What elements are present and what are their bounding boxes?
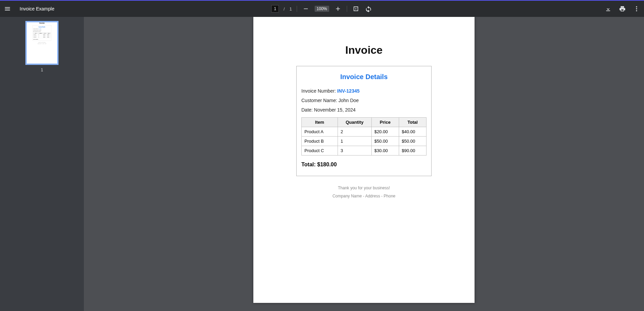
footer-thankyou: Thank you for your business! — [274, 186, 454, 190]
page-number-input[interactable] — [271, 5, 279, 13]
thumbnail-page-number: 1 — [41, 68, 43, 72]
invoice-number-line: Invoice Number: INV-12345 — [33, 28, 51, 29]
customer-name-label: Customer Name: — [33, 30, 38, 30]
zoom-in-icon[interactable] — [334, 5, 342, 13]
invoice-details-box: Invoice Details Invoice Number: INV-1234… — [296, 66, 432, 176]
date-line: Date: November 15, 2024 — [33, 31, 51, 32]
footer-company: Company Name - Address - Phone — [32, 43, 51, 44]
invoice-total: Total: $180.00 — [33, 39, 51, 40]
col-qty: Quantity — [338, 118, 371, 127]
invoice-number-label: Invoice Number: — [33, 28, 38, 29]
cell-total: $90.00 — [47, 37, 50, 38]
invoice-number-line: Invoice Number: INV-12345 — [301, 88, 427, 94]
date-line: Date: November 15, 2024 — [301, 107, 427, 113]
invoice-number-label: Invoice Number: — [301, 88, 337, 94]
cell-item: Product C — [302, 146, 338, 156]
document-viewer[interactable]: Invoice Invoice Details Invoice Number: … — [84, 17, 644, 311]
fit-page-icon[interactable] — [352, 5, 360, 13]
customer-name-value: John Doe — [38, 30, 41, 30]
cell-qty: 1 — [338, 137, 371, 146]
invoice-number-value: INV-12345 — [38, 28, 41, 29]
pdf-toolbar: Invoice Example / 1 100% — [0, 1, 644, 17]
table-row: Product A2$20.00$40.00 — [302, 127, 427, 137]
invoice-total: Total: $180.00 — [301, 162, 427, 168]
download-icon[interactable] — [604, 5, 612, 13]
invoice-details-box: Invoice Details Invoice Number: INV-1234… — [32, 25, 51, 41]
page: Invoice Invoice Details Invoice Number: … — [253, 17, 475, 303]
footer-company: Company Name - Address - Phone — [274, 194, 454, 198]
toolbar-divider — [347, 6, 347, 12]
cell-price: $30.00 — [371, 146, 399, 156]
page-thumbnail[interactable]: Invoice Invoice Details Invoice Number: … — [25, 21, 59, 65]
table-header-row: Item Quantity Price Total — [302, 118, 427, 127]
cell-qty: 3 — [38, 37, 43, 38]
invoice-items-table: Item Quantity Price Total Product A2$20.… — [301, 117, 427, 156]
table-row: Product B1$50.00$50.00 — [302, 137, 427, 146]
cell-qty: 3 — [338, 146, 371, 156]
document-footer: Thank you for your business! Company Nam… — [274, 186, 454, 198]
col-price: Price — [371, 118, 399, 127]
cell-total: $40.00 — [399, 127, 426, 137]
page-total: 1 — [290, 6, 292, 11]
invoice-number-value: INV-12345 — [337, 88, 360, 94]
svg-point-2 — [636, 10, 637, 11]
more-icon[interactable] — [632, 5, 641, 13]
cell-price: $50.00 — [371, 137, 399, 146]
details-heading: Invoice Details — [33, 26, 51, 27]
footer-thankyou: Thank you for your business! — [32, 42, 51, 43]
document-title: Invoice Example — [20, 6, 54, 11]
col-item: Item — [302, 118, 338, 127]
page-title: Invoice — [32, 22, 51, 24]
zoom-level[interactable]: 100% — [315, 6, 329, 12]
print-icon[interactable] — [618, 5, 626, 13]
details-heading: Invoice Details — [301, 73, 427, 81]
svg-point-1 — [636, 8, 637, 9]
date-value: November 15, 2024 — [35, 31, 41, 32]
toolbar-divider — [297, 6, 297, 12]
thumbnail-sidebar: Invoice Invoice Details Invoice Number: … — [0, 17, 84, 311]
customer-name-line: Customer Name: John Doe — [33, 30, 51, 30]
cell-price: $30.00 — [43, 37, 47, 38]
col-total: Total — [399, 118, 426, 127]
cell-item: Product C — [33, 37, 38, 38]
page-title: Invoice — [274, 44, 454, 56]
customer-name-line: Customer Name: John Doe — [301, 98, 427, 103]
table-row: Product C3$30.00$90.00 — [33, 37, 51, 38]
cell-item: Product A — [302, 127, 338, 137]
cell-total: $90.00 — [399, 146, 426, 156]
invoice-items-table: Item Quantity Price Total Product A2$20.… — [33, 32, 51, 38]
zoom-out-icon[interactable] — [302, 5, 310, 13]
cell-qty: 2 — [338, 127, 371, 137]
cell-total: $50.00 — [399, 137, 426, 146]
cell-item: Product B — [302, 137, 338, 146]
svg-point-0 — [636, 6, 637, 7]
document-footer: Thank you for your business! Company Nam… — [32, 42, 51, 44]
date-value: November 15, 2024 — [314, 107, 355, 113]
page-separator: / — [283, 6, 285, 11]
date-label: Date: — [301, 107, 314, 113]
table-row: Product C3$30.00$90.00 — [302, 146, 427, 156]
customer-name-value: John Doe — [339, 98, 359, 103]
cell-price: $20.00 — [371, 127, 399, 137]
customer-name-label: Customer Name: — [301, 98, 339, 103]
rotate-icon[interactable] — [365, 5, 373, 13]
menu-icon[interactable] — [3, 5, 12, 13]
